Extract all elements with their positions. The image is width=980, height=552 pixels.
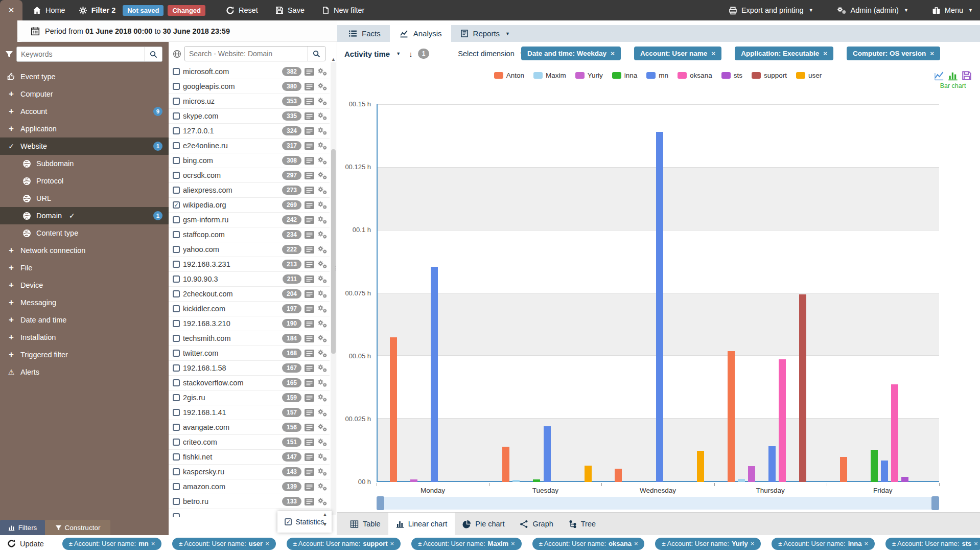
settings-gears-icon[interactable] — [317, 186, 328, 195]
settings-gears-icon[interactable] — [317, 290, 328, 298]
table-row[interactable]: skype.com335 — [169, 109, 330, 124]
details-icon[interactable] — [305, 68, 314, 76]
settings-gears-icon[interactable] — [317, 231, 328, 239]
tab-tree[interactable]: Tree — [561, 513, 603, 535]
table-row[interactable]: 192.168.3.231213 — [169, 257, 330, 272]
table-row[interactable]: amazon.com139 — [169, 479, 330, 494]
details-icon[interactable] — [305, 157, 314, 165]
legend-item[interactable]: mn — [646, 72, 668, 79]
details-icon[interactable] — [305, 246, 314, 254]
domain-checkbox[interactable] — [173, 83, 180, 90]
domain-checkbox[interactable] — [173, 498, 180, 505]
table-row[interactable]: yahoo.com222 — [169, 242, 330, 257]
settings-gears-icon[interactable] — [317, 305, 328, 313]
table-row[interactable]: bing.com308 — [169, 153, 330, 168]
tab-facts[interactable]: Facts — [339, 25, 390, 42]
table-row[interactable]: twitter.com168 — [169, 346, 330, 361]
scroll-down-icon[interactable]: ▼ — [322, 521, 328, 527]
domain-checkbox[interactable] — [173, 483, 180, 490]
domain-checkbox[interactable] — [173, 172, 180, 179]
settings-gears-icon[interactable] — [317, 453, 328, 462]
account-chip[interactable]: ± Account: User name:Maxim× — [411, 538, 521, 550]
range-handle-right[interactable] — [931, 496, 939, 510]
settings-gears-icon[interactable] — [317, 379, 328, 387]
details-icon[interactable] — [305, 350, 314, 357]
domain-checkbox[interactable] — [173, 394, 180, 401]
details-icon[interactable] — [305, 290, 314, 298]
settings-gears-icon[interactable] — [317, 245, 328, 254]
tab-linear-chart[interactable]: Linear chart — [388, 513, 455, 535]
sidebar-item-content-type[interactable]: Content type — [0, 224, 169, 242]
domain-checkbox[interactable] — [173, 112, 180, 120]
close-icon[interactable]: × — [711, 50, 715, 57]
details-icon[interactable] — [305, 261, 314, 268]
sidebar-item-application[interactable]: +Application — [0, 120, 169, 137]
sidebar-item-date-and-time[interactable]: +Date and time — [0, 311, 169, 329]
settings-gears-icon[interactable] — [317, 319, 328, 328]
save-chart-icon[interactable] — [962, 71, 972, 81]
details-icon[interactable] — [305, 201, 314, 209]
settings-gears-icon[interactable] — [317, 438, 328, 447]
close-icon[interactable]: × — [511, 540, 515, 547]
details-icon[interactable] — [305, 379, 314, 387]
sidebar-item-event-type[interactable]: Event type — [0, 68, 169, 85]
close-icon[interactable]: × — [823, 50, 827, 57]
legend-item[interactable]: oksana — [678, 72, 712, 79]
sort-direction-icon[interactable]: ↓ — [409, 50, 413, 58]
sidebar-item-installation[interactable]: +Installation — [0, 329, 169, 346]
keywords-search-button[interactable] — [145, 47, 162, 61]
domain-checkbox[interactable]: ✓ — [173, 201, 180, 209]
domain-checkbox[interactable] — [173, 127, 180, 134]
table-row[interactable]: 127.0.0.1324 — [169, 124, 330, 139]
settings-gears-icon[interactable] — [317, 260, 328, 269]
dimension-chip[interactable]: Date and time: Weekday× — [521, 47, 621, 60]
settings-gears-icon[interactable] — [317, 82, 328, 91]
sidebar-item-domain[interactable]: Domain ✓1 — [0, 207, 169, 224]
export-printing-menu[interactable]: Export and printing▼ — [729, 6, 813, 15]
statistics-checkbox[interactable]: ✓ — [285, 518, 292, 525]
domain-checkbox[interactable] — [173, 364, 180, 372]
sidebar-item-website[interactable]: ✓Website1 — [0, 137, 169, 155]
domain-search-button[interactable] — [308, 47, 325, 61]
details-icon[interactable] — [305, 483, 314, 491]
sidebar-item-subdomain[interactable]: Subdomain — [0, 155, 169, 172]
tab-pie-chart[interactable]: Pie chart — [455, 513, 512, 535]
details-icon[interactable] — [305, 98, 314, 105]
details-icon[interactable] — [305, 275, 314, 283]
table-row[interactable]: ocrsdk.com297 — [169, 168, 330, 183]
domain-checkbox[interactable] — [173, 68, 180, 75]
chevron-down-icon[interactable]: ▼ — [396, 51, 401, 56]
sidebar-item-protocol[interactable]: Protocol — [0, 172, 169, 190]
table-row[interactable]: stackoverflow.com165 — [169, 376, 330, 390]
domain-checkbox[interactable] — [173, 187, 180, 194]
dimension-chip[interactable]: Account: User name× — [634, 47, 721, 60]
domain-checkbox[interactable] — [173, 335, 180, 342]
domain-checkbox[interactable] — [173, 379, 180, 386]
settings-gears-icon[interactable] — [317, 394, 328, 402]
scroll-up-icon[interactable]: ▲ — [331, 57, 336, 62]
settings-gears-icon[interactable] — [317, 275, 328, 284]
close-icon[interactable]: × — [864, 540, 868, 547]
table-row[interactable]: 192.168.3.210190 — [169, 316, 330, 331]
settings-gears-icon[interactable] — [317, 127, 328, 135]
legend-item[interactable]: Anton — [494, 72, 524, 79]
details-icon[interactable] — [305, 409, 314, 417]
close-icon[interactable]: × — [634, 540, 638, 547]
details-icon[interactable] — [305, 112, 314, 120]
chart-range-selector[interactable] — [377, 497, 939, 510]
sidebar-item-file[interactable]: +File — [0, 259, 169, 277]
close-icon[interactable]: × — [930, 50, 934, 57]
table-row[interactable]: aliexpress.com273 — [169, 183, 330, 198]
range-handle-left[interactable] — [377, 496, 384, 510]
details-icon[interactable] — [305, 142, 314, 150]
table-row[interactable]: 192.168.1.41157 — [169, 405, 330, 420]
bar-chart-icon[interactable] — [948, 71, 958, 81]
domain-checkbox[interactable] — [173, 231, 180, 238]
settings-gears-icon[interactable] — [317, 67, 328, 76]
measure-dropdown[interactable]: Activity time — [344, 50, 390, 58]
settings-gears-icon[interactable] — [317, 112, 328, 121]
details-icon[interactable] — [305, 187, 314, 194]
sidebar-item-url[interactable]: URL — [0, 190, 169, 207]
select-dimension-dropdown[interactable]: Select dimension▼ — [458, 50, 524, 58]
domain-checkbox[interactable] — [173, 142, 180, 149]
